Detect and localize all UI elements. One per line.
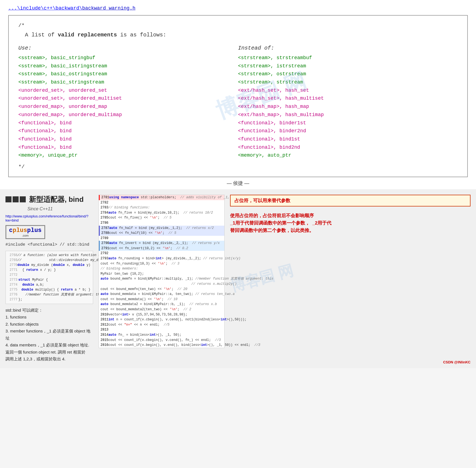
- instead-entry-6: <ext/hash_map>, hash_map: [238, 103, 458, 111]
- right-panel: 占位符，可以用来替代参数 使用占位符的，占位符前后不会影响顺序 _1用于代替回调…: [230, 195, 471, 363]
- code-line-2782: 2782: [99, 200, 224, 205]
- panel-url: http://www.cplusplus.com/reference/funct…: [5, 214, 93, 222]
- instead-entry-2: <strstream>, ostrstream: [238, 70, 458, 78]
- code-line-2814: 2814auto fn_ = bind(less<int>(), _1, 50)…: [99, 332, 224, 338]
- csdn-badge: CSDN @INlinKC: [443, 360, 471, 364]
- middle-panel: 2781using namespace std::placeholders; /…: [99, 195, 225, 363]
- description: A list of valid replacements is as follo…: [18, 32, 458, 38]
- code-line-2815: 2815cout << count_if(v.cbegin(), v.cend(…: [99, 338, 224, 343]
- code-line: 2773struct MyPair {: [8, 277, 91, 282]
- code-lines-right: 2781using namespace std::placeholders; /…: [99, 195, 225, 348]
- use-entry-2: <sstream>, basic_ostringstream: [18, 70, 238, 78]
- code-line-2811: 2811int n = count_if(v.cbegin(), v.cend(…: [99, 317, 224, 322]
- instead-entry-12: <memory>, auto_ptr: [238, 151, 458, 160]
- use-entry-6: <unordered_map>, unordered_map: [18, 103, 238, 111]
- comment-end: */: [18, 164, 458, 170]
- use-entry-7: <unordered_map>, unordered_multimap: [18, 111, 238, 119]
- use-entry-1: <sstream>, basic_istringstream: [18, 62, 238, 70]
- code-line-2787: 2787auto fn_half = bind (my_divide,_1,2)…: [99, 226, 224, 231]
- code-line: 2771 { return x / y; }: [8, 268, 91, 272]
- code-line-2816: 2816cout << count_if(v.begin(), v.end(),…: [99, 343, 224, 348]
- code-box: 博客园 网 /* A list of valid replacements is…: [8, 15, 468, 177]
- code-line-r7: // returns x.multiply(): [99, 282, 224, 287]
- instead-entry-5: <ext/hash_set>, hash_multiset: [238, 94, 458, 103]
- code-line-2790: 2790auto fn_invert = bind (my_divide,_2,…: [99, 241, 224, 246]
- annotation-red-box: 占位符，可以用来替代参数: [230, 195, 471, 206]
- code-snippet-left: 2768// a function: (also works with func…: [5, 251, 93, 304]
- code-line-r3: // binding members:: [99, 266, 224, 271]
- code-line-r1: cout << fn_rounding(10,3) << '\n'; // 3: [99, 261, 224, 266]
- use-entry-4: <unordered_set>, unordered_set: [18, 87, 238, 95]
- use-entry-9: <functional>, bind: [18, 127, 238, 135]
- code-line: 2775 double multiply() { return a * b; }: [8, 287, 91, 292]
- file-path-link: backward_warning.h: [82, 5, 135, 11]
- replacements-table: Use: <sstream>, basic_stringbuf <sstream…: [18, 45, 458, 160]
- use-entry-3: <sstream>, basic_stringstream: [18, 78, 238, 87]
- bottom-section: 博客园 网 新型适配器, bind Since C++11 http://www…: [0, 189, 476, 368]
- use-entry-12: <memory>, unique_ptr: [18, 151, 238, 160]
- panel-header: 新型适配器, bind: [5, 195, 93, 204]
- col-use: Use: <sstream>, basic_stringbuf <sstream…: [18, 45, 238, 160]
- code-line: 2770double my_divide (double x, double y…: [8, 263, 91, 268]
- logo-subtext: .com: [9, 234, 42, 237]
- annotation-red-text: 占位符，可以用来替代参数: [234, 198, 290, 203]
- instead-entry-9: <functional>, binder2nd: [238, 127, 458, 135]
- use-entry-11: <functional>, bind: [18, 143, 238, 152]
- code-line-2784: 2784auto fn_five = bind(my_divide,10,2);…: [99, 210, 224, 216]
- code-line-r10: auto bound_memdata = bind(&MyPair::a, te…: [99, 292, 224, 297]
- squares-icon: [5, 196, 26, 202]
- code-line-r13: auto bound_memdata2 = bind(&MyPair::b, _…: [99, 302, 224, 307]
- left-panel: 新型适配器, bind Since C++11 http://www.cplus…: [5, 195, 93, 363]
- col-instead-header: Instead of:: [238, 45, 458, 51]
- code-line: 2769// std::divides<double> my_divide;): [8, 258, 91, 263]
- instead-entry-8: <functional>, binder1st: [238, 119, 458, 127]
- code-line-2781: 2781using namespace std::placeholders; /…: [99, 195, 224, 200]
- code-line-2810: 2810vector<int> v {15,37,94,50,73,58,28,…: [99, 312, 224, 317]
- include-line: #include <functional> // std::bind: [5, 242, 93, 247]
- instead-entry-0: <strstream>, strstreambuf: [238, 54, 458, 62]
- code-line-2812: 2812cout << "n=" << n << endl; //5: [99, 322, 224, 328]
- code-line-2788: 2788cout << fn_half(10) << '\n'; // 5: [99, 231, 224, 236]
- top-section: ...\include\c++\backward\backward_warnin…: [0, 0, 476, 189]
- code-line-2793: 2793auto fn_rounding = bind<int> (my_div…: [99, 256, 224, 261]
- instead-entry-1: <strstream>, istrstream: [238, 62, 458, 70]
- code-line-2792: 2792: [99, 251, 224, 256]
- instead-entry-7: <ext/hash_map>, hash_multimap: [238, 111, 458, 119]
- use-entry-5: <unordered_set>, unordered_multiset: [18, 94, 238, 103]
- use-entry-10: <functional>, bind: [18, 135, 238, 143]
- annotation-blue-text: 使用占位符的，占位符前后不会影响顺序 _1用于代替回调函数中的第一个参数， _2…: [230, 210, 471, 236]
- code-line: 2768// a function: (also works with func…: [8, 253, 91, 258]
- code-line-2785: 2785cout << fn_five() << '\n'; // 5: [99, 215, 224, 220]
- panel-subtitle: Since C++11: [5, 206, 93, 211]
- code-line-r14: cout << bound_memdata2(ten_two) << '\n';…: [99, 307, 224, 312]
- code-line-2789: 2789: [99, 236, 224, 241]
- code-line: 2774 double a,b;: [8, 282, 91, 287]
- code-line-2791: 2791cout << fn_invert(10,2) << '\n'; // …: [99, 246, 224, 251]
- use-entry-0: <sstream>, basic_stringbuf: [18, 54, 238, 62]
- code-line: 2777};: [8, 297, 91, 302]
- col-instead: Instead of: <strstream>, strstreambuf <s…: [238, 45, 458, 160]
- author-line: — 侯捷 —: [8, 180, 468, 186]
- code-line-2813: 2813: [99, 327, 224, 332]
- code-line: 2772: [8, 272, 91, 277]
- logo-text: cplusplus: [9, 227, 42, 234]
- code-line: 2776 //member function 其實有個 argument: th…: [8, 292, 91, 297]
- file-path: ...\include\c++\backward\backward_warnin…: [8, 5, 468, 11]
- code-line-r8: cout << bound_memfn(ten_two) << '\n'; //…: [99, 287, 224, 292]
- col-use-header: Use:: [18, 45, 238, 51]
- logo-box: cplusplus .com: [5, 225, 45, 239]
- file-path-prefix: ...\include\c++\backward\: [8, 5, 82, 11]
- instead-entry-11: <functional>, bind2nd: [238, 143, 458, 152]
- instead-entry-3: <strstream>, strstream: [238, 78, 458, 87]
- code-line-2786: 2786: [99, 220, 224, 226]
- code-line-r6: auto bound_memfn = bind(&MyPair::multipl…: [99, 276, 224, 282]
- instead-entry-4: <ext/hash_set>, hash_set: [238, 87, 458, 95]
- code-line-r11: cout << bound_memdata() << '\n'; // 10: [99, 297, 224, 302]
- panel-title: 新型适配器, bind: [29, 195, 84, 204]
- use-entry-8: <functional>, bind: [18, 119, 238, 127]
- comment-start: /*: [18, 22, 458, 28]
- code-line-r4: MyPair ten_two {10,2};: [99, 271, 224, 277]
- code-line-2783: 2783// binding functions:: [99, 205, 224, 210]
- instead-entry-10: <functional>, bind1st: [238, 135, 458, 143]
- bind-description: std::bind 可以綁定： 1. functions 2. function…: [5, 307, 93, 363]
